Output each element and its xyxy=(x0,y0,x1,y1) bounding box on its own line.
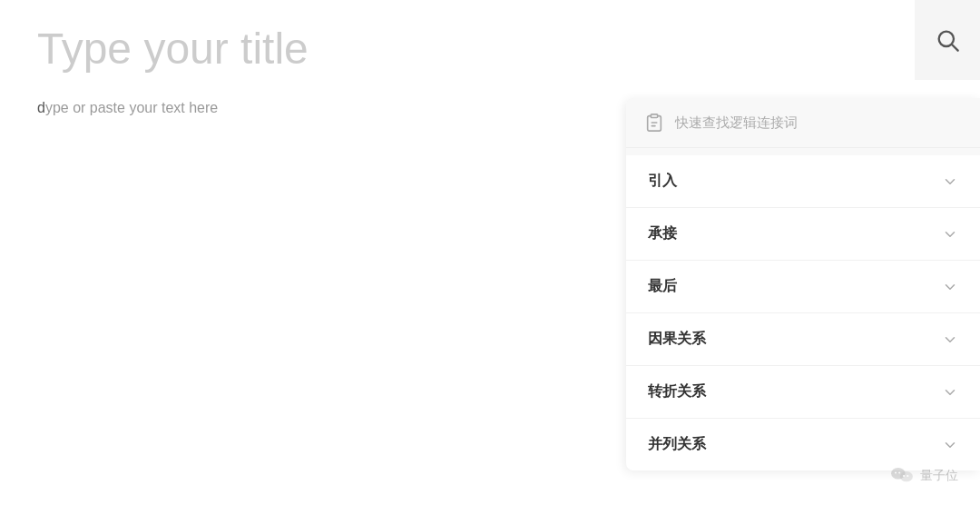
category-label-causality: 因果关系 xyxy=(648,330,706,349)
svg-point-10 xyxy=(906,475,908,477)
wechat-icon xyxy=(889,463,915,489)
chevron-down-icon xyxy=(942,226,958,243)
editor-area[interactable]: dype or paste your text here xyxy=(37,100,218,116)
svg-line-1 xyxy=(952,45,957,50)
sidebar-panel: 快速查找逻辑连接词 引入承接最后因果关系转折关系并列关系 xyxy=(626,98,980,470)
category-label-finally: 最后 xyxy=(648,277,677,296)
connector-search-bar[interactable]: 快速查找逻辑连接词 xyxy=(626,98,980,148)
chevron-down-icon xyxy=(942,437,958,453)
svg-point-8 xyxy=(898,471,900,473)
watermark-text: 量子位 xyxy=(920,468,958,484)
chevron-down-icon xyxy=(942,173,958,190)
title-placeholder[interactable]: Type your title xyxy=(37,24,309,74)
category-item-causality[interactable]: 因果关系 xyxy=(626,313,980,366)
chevron-down-icon xyxy=(942,384,958,401)
clipboard-icon xyxy=(644,113,664,133)
chevron-down-icon xyxy=(942,332,958,348)
category-item-contrast[interactable]: 转折关系 xyxy=(626,366,980,419)
svg-point-7 xyxy=(895,471,897,473)
search-placeholder-text: 快速查找逻辑连接词 xyxy=(675,114,798,132)
search-icon xyxy=(935,27,960,53)
editor-cursor: d xyxy=(37,100,45,115)
category-label-intro: 引入 xyxy=(648,172,677,191)
svg-point-6 xyxy=(900,471,913,481)
main-area: Type your title dype or paste your text … xyxy=(0,0,980,505)
search-toggle-button[interactable] xyxy=(915,0,980,80)
watermark: 量子位 xyxy=(889,463,958,489)
category-label-contrast: 转折关系 xyxy=(648,382,706,401)
editor-placeholder: ype or paste your text here xyxy=(45,100,218,115)
category-item-finally[interactable]: 最后 xyxy=(626,261,980,313)
category-item-transition[interactable]: 承接 xyxy=(626,208,980,261)
categories-list: 引入承接最后因果关系转折关系并列关系 xyxy=(626,155,980,470)
svg-rect-2 xyxy=(651,114,657,118)
category-label-transition: 承接 xyxy=(648,224,677,243)
category-item-intro[interactable]: 引入 xyxy=(626,155,980,208)
chevron-down-icon xyxy=(942,279,958,295)
svg-point-9 xyxy=(903,475,905,477)
category-label-parallel: 并列关系 xyxy=(648,435,706,454)
